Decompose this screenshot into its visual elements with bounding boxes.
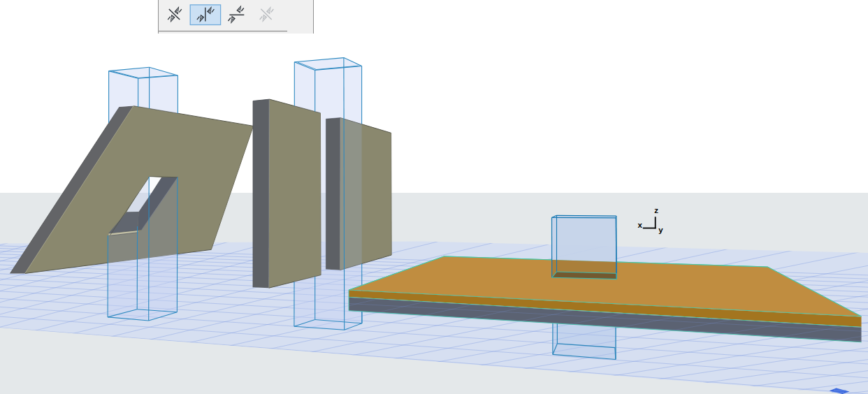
svg-text:z: z (654, 206, 658, 214)
svg-text:y: y (658, 226, 663, 234)
svg-text:x: x (638, 221, 643, 229)
